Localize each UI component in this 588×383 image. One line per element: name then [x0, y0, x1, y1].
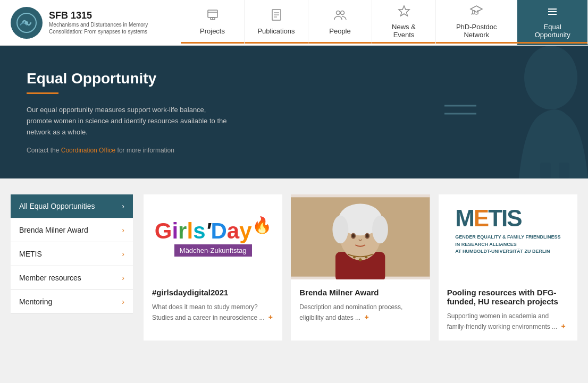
- sidebar-item-mentoring[interactable]: Mentoring ›: [11, 290, 133, 314]
- main-nav: Projects Publications People News & Even…: [181, 0, 588, 45]
- card-brenda[interactable]: Brenda Milner Award Description and nomi…: [291, 194, 430, 341]
- girlsday-title: #girlsdaydigital2021: [152, 288, 274, 297]
- phd-icon: [469, 5, 483, 20]
- svg-point-1: [25, 21, 28, 24]
- metis-more[interactable]: +: [561, 322, 565, 330]
- metis-title: Pooling resources with DFG-funded, HU re…: [447, 288, 569, 306]
- phd-label: PhD-Postdoc Network: [447, 23, 506, 39]
- chevron-icon-0: ›: [122, 202, 124, 210]
- main-content: All Equal Opportunities › Brenda Milner …: [0, 178, 588, 356]
- svg-marker-12: [399, 6, 409, 16]
- svg-point-27: [372, 216, 388, 243]
- nav-publications[interactable]: Publications: [245, 0, 308, 45]
- projects-label: Projects: [200, 27, 225, 35]
- news-label: News & Events: [383, 23, 425, 39]
- svg-point-34: [365, 256, 368, 259]
- sidebar-item-metis[interactable]: METIS ›: [11, 242, 133, 266]
- people-label: People: [329, 27, 350, 35]
- cards-area: Girls'Day🔥 Mädchen-Zukunftstag #girlsday…: [144, 194, 577, 341]
- svg-point-26: [333, 216, 349, 243]
- nav-equal-opportunity[interactable]: Equal Opportunity: [517, 0, 588, 45]
- svg-point-17: [524, 46, 577, 109]
- svg-point-32: [359, 258, 362, 261]
- news-icon: [398, 5, 410, 20]
- hero-underline: [27, 92, 58, 94]
- sidebar-item-all-equal[interactable]: All Equal Opportunities ›: [11, 194, 133, 218]
- girlsday-desc: What does it mean to study memory? Studi…: [152, 302, 274, 323]
- brenda-body: Brenda Milner Award Description and nomi…: [291, 279, 430, 341]
- metis-tagline: Gender Equality & Family Friendlinessin …: [455, 234, 560, 256]
- svg-point-30: [352, 234, 355, 238]
- svg-point-31: [366, 234, 369, 238]
- chevron-icon-3: ›: [122, 274, 124, 282]
- hero-content: Equal Opportunity Our equal opportunity …: [0, 49, 255, 175]
- hero-decoration: [439, 95, 482, 129]
- metis-body: Pooling resources with DFG-funded, HU re…: [439, 279, 577, 341]
- sidebar-item-brenda[interactable]: Brenda Milner Award ›: [11, 218, 133, 242]
- girlsday-image: Girls'Day🔥 Mädchen-Zukunftstag: [144, 194, 282, 279]
- coordination-office-link[interactable]: Coordination Office: [61, 147, 116, 154]
- nav-projects[interactable]: Projects: [181, 0, 245, 45]
- svg-point-11: [340, 11, 344, 14]
- metis-desc: Supporting women in academia and family-…: [447, 311, 569, 332]
- hero-contact: Contact the Coordination Office for more…: [27, 147, 229, 154]
- hero-section: Equal Opportunity Our equal opportunity …: [0, 46, 588, 178]
- site-subtitle: Mechanisms and Disturbances in Memory Co…: [49, 21, 155, 35]
- nav-phd-postdoc[interactable]: PhD-Postdoc Network: [436, 0, 517, 45]
- nav-people[interactable]: People: [308, 0, 372, 45]
- card-girlsday[interactable]: Girls'Day🔥 Mädchen-Zukunftstag #girlsday…: [144, 194, 282, 341]
- logo-text: SFB 1315 Mechanisms and Disturbances in …: [49, 10, 155, 35]
- people-icon: [333, 9, 347, 24]
- nav-news-events[interactable]: News & Events: [372, 0, 436, 45]
- card-metis[interactable]: METIS Gender Equality & Family Friendlin…: [439, 194, 577, 341]
- svg-rect-19: [559, 163, 569, 178]
- brenda-image: [291, 194, 430, 279]
- hero-silhouette: [402, 46, 588, 178]
- chevron-icon-2: ›: [122, 250, 124, 258]
- sidebar: All Equal Opportunities › Brenda Milner …: [11, 194, 133, 341]
- girlsday-more[interactable]: +: [268, 313, 273, 321]
- publications-label: Publications: [257, 27, 295, 35]
- header: SFB 1315 Mechanisms and Disturbances in …: [0, 0, 588, 46]
- logo-icon[interactable]: [11, 7, 43, 39]
- girlsday-body: #girlsdaydigital2021 What does it mean t…: [144, 279, 282, 341]
- brenda-more[interactable]: +: [364, 313, 368, 321]
- chevron-icon-4: ›: [122, 297, 124, 306]
- brenda-desc: Description and nomination process, elig…: [299, 302, 421, 323]
- svg-point-10: [336, 11, 340, 14]
- equal-icon: [546, 5, 559, 20]
- publications-icon: [270, 9, 283, 24]
- equal-label: Equal Opportunity: [528, 23, 577, 39]
- brenda-title: Brenda Milner Award: [299, 288, 421, 297]
- hero-title: Equal Opportunity: [27, 70, 229, 87]
- chevron-icon-1: ›: [122, 226, 124, 234]
- metis-image: METIS Gender Equality & Family Friendlin…: [439, 194, 577, 279]
- sidebar-item-member-resources[interactable]: Member resources ›: [11, 266, 133, 290]
- svg-rect-2: [208, 10, 217, 18]
- svg-point-33: [353, 256, 356, 259]
- hero-description: Our equal opportunity measures support w…: [27, 105, 229, 138]
- projects-icon: [206, 9, 219, 24]
- svg-rect-18: [540, 163, 551, 178]
- logo-area: SFB 1315 Mechanisms and Disturbances in …: [0, 0, 181, 45]
- site-title: SFB 1315: [49, 10, 155, 21]
- metis-logo-text: METIS: [455, 205, 560, 232]
